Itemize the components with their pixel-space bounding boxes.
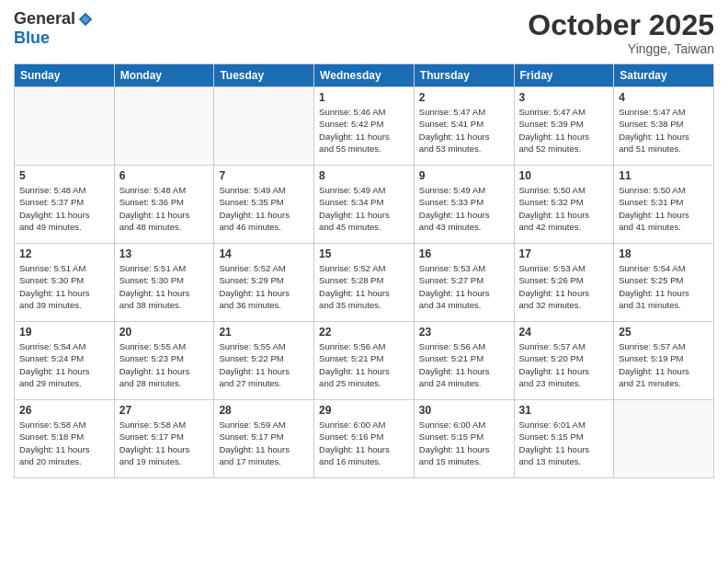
- calendar-header-monday: Monday: [114, 64, 214, 87]
- header: General Blue October 2025 Yingge, Taiwan: [14, 9, 714, 56]
- day-number: 22: [319, 326, 409, 339]
- day-number: 4: [619, 91, 709, 104]
- day-number: 1: [319, 91, 409, 104]
- day-info: Sunrise: 6:00 AMSunset: 5:15 PMDaylight:…: [419, 419, 509, 467]
- calendar-header-tuesday: Tuesday: [214, 64, 314, 87]
- calendar-cell: 27Sunrise: 5:58 AMSunset: 5:17 PMDayligh…: [114, 400, 214, 478]
- month-title: October 2025: [528, 9, 714, 41]
- calendar-cell: 15Sunrise: 5:52 AMSunset: 5:28 PMDayligh…: [314, 244, 415, 322]
- day-number: 8: [319, 169, 409, 182]
- calendar-cell: 9Sunrise: 5:49 AMSunset: 5:33 PMDaylight…: [414, 166, 514, 244]
- calendar-cell: 31Sunrise: 6:01 AMSunset: 5:15 PMDayligh…: [514, 400, 614, 478]
- day-info: Sunrise: 6:00 AMSunset: 5:16 PMDaylight:…: [319, 419, 409, 467]
- calendar-cell: 28Sunrise: 5:59 AMSunset: 5:17 PMDayligh…: [214, 400, 314, 478]
- day-info: Sunrise: 5:52 AMSunset: 5:29 PMDaylight:…: [219, 262, 309, 311]
- calendar-cell: [15, 87, 115, 166]
- calendar-cell: 4Sunrise: 5:47 AMSunset: 5:38 PMDaylight…: [614, 87, 714, 166]
- day-number: 18: [619, 247, 709, 260]
- day-number: 27: [119, 404, 210, 417]
- day-info: Sunrise: 5:49 AMSunset: 5:34 PMDaylight:…: [319, 184, 409, 233]
- day-number: 17: [519, 247, 609, 260]
- calendar-week-5: 26Sunrise: 5:58 AMSunset: 5:18 PMDayligh…: [15, 400, 714, 478]
- day-number: 31: [519, 404, 609, 417]
- day-info: Sunrise: 5:59 AMSunset: 5:17 PMDaylight:…: [219, 419, 309, 467]
- calendar-cell: 8Sunrise: 5:49 AMSunset: 5:34 PMDaylight…: [314, 166, 415, 244]
- day-info: Sunrise: 5:50 AMSunset: 5:32 PMDaylight:…: [519, 184, 609, 233]
- calendar-week-1: 1Sunrise: 5:46 AMSunset: 5:42 PMDaylight…: [15, 87, 714, 166]
- day-info: Sunrise: 5:55 AMSunset: 5:22 PMDaylight:…: [219, 340, 309, 389]
- calendar-header-thursday: Thursday: [414, 64, 514, 87]
- day-number: 2: [419, 91, 509, 104]
- calendar-cell: 18Sunrise: 5:54 AMSunset: 5:25 PMDayligh…: [614, 244, 714, 322]
- calendar-header-wednesday: Wednesday: [314, 64, 415, 87]
- calendar-cell: 25Sunrise: 5:57 AMSunset: 5:19 PMDayligh…: [614, 322, 714, 400]
- calendar-cell: [614, 400, 714, 478]
- calendar-cell: [114, 87, 214, 166]
- day-number: 23: [419, 326, 509, 339]
- calendar-cell: 20Sunrise: 5:55 AMSunset: 5:23 PMDayligh…: [114, 322, 214, 400]
- day-info: Sunrise: 5:54 AMSunset: 5:24 PMDaylight:…: [19, 340, 109, 389]
- day-info: Sunrise: 5:56 AMSunset: 5:21 PMDaylight:…: [319, 340, 409, 389]
- day-number: 21: [219, 326, 309, 339]
- day-number: 25: [619, 326, 709, 339]
- day-info: Sunrise: 5:58 AMSunset: 5:18 PMDaylight:…: [19, 419, 109, 467]
- logo: General Blue: [14, 9, 94, 48]
- day-number: 3: [519, 91, 609, 104]
- calendar-cell: 19Sunrise: 5:54 AMSunset: 5:24 PMDayligh…: [15, 322, 115, 400]
- day-number: 7: [219, 169, 309, 182]
- day-info: Sunrise: 6:01 AMSunset: 5:15 PMDaylight:…: [519, 419, 609, 467]
- day-number: 9: [419, 169, 509, 182]
- calendar-cell: 5Sunrise: 5:48 AMSunset: 5:37 PMDaylight…: [15, 166, 115, 244]
- calendar-cell: [214, 87, 314, 166]
- day-info: Sunrise: 5:51 AMSunset: 5:30 PMDaylight:…: [19, 262, 109, 311]
- page: General Blue October 2025 Yingge, Taiwan…: [0, 0, 728, 563]
- calendar-header-row: SundayMondayTuesdayWednesdayThursdayFrid…: [15, 64, 714, 87]
- calendar-week-3: 12Sunrise: 5:51 AMSunset: 5:30 PMDayligh…: [15, 244, 714, 322]
- day-number: 29: [319, 404, 409, 417]
- calendar-header-saturday: Saturday: [614, 64, 714, 87]
- day-number: 26: [19, 404, 109, 417]
- day-info: Sunrise: 5:49 AMSunset: 5:33 PMDaylight:…: [419, 184, 509, 233]
- calendar-cell: 24Sunrise: 5:57 AMSunset: 5:20 PMDayligh…: [514, 322, 614, 400]
- day-number: 14: [219, 247, 309, 260]
- calendar-cell: 14Sunrise: 5:52 AMSunset: 5:29 PMDayligh…: [214, 244, 314, 322]
- calendar-table: SundayMondayTuesdayWednesdayThursdayFrid…: [14, 63, 714, 478]
- day-number: 20: [119, 326, 210, 339]
- calendar-week-4: 19Sunrise: 5:54 AMSunset: 5:24 PMDayligh…: [15, 322, 714, 400]
- calendar-cell: 17Sunrise: 5:53 AMSunset: 5:26 PMDayligh…: [514, 244, 614, 322]
- day-info: Sunrise: 5:58 AMSunset: 5:17 PMDaylight:…: [119, 419, 210, 467]
- logo-blue-text: Blue: [14, 29, 50, 48]
- day-number: 15: [319, 247, 409, 260]
- day-number: 5: [19, 169, 109, 182]
- calendar-week-2: 5Sunrise: 5:48 AMSunset: 5:37 PMDaylight…: [15, 166, 714, 244]
- day-number: 28: [219, 404, 309, 417]
- location: Yingge, Taiwan: [528, 41, 714, 56]
- calendar-cell: 10Sunrise: 5:50 AMSunset: 5:32 PMDayligh…: [514, 166, 614, 244]
- day-info: Sunrise: 5:50 AMSunset: 5:31 PMDaylight:…: [619, 184, 709, 233]
- day-number: 30: [419, 404, 509, 417]
- day-info: Sunrise: 5:53 AMSunset: 5:27 PMDaylight:…: [419, 262, 509, 311]
- day-number: 13: [119, 247, 210, 260]
- calendar-cell: 12Sunrise: 5:51 AMSunset: 5:30 PMDayligh…: [15, 244, 115, 322]
- day-info: Sunrise: 5:53 AMSunset: 5:26 PMDaylight:…: [519, 262, 609, 311]
- calendar-cell: 26Sunrise: 5:58 AMSunset: 5:18 PMDayligh…: [15, 400, 115, 478]
- day-number: 16: [419, 247, 509, 260]
- calendar-cell: 29Sunrise: 6:00 AMSunset: 5:16 PMDayligh…: [314, 400, 415, 478]
- day-info: Sunrise: 5:49 AMSunset: 5:35 PMDaylight:…: [219, 184, 309, 233]
- calendar-cell: 23Sunrise: 5:56 AMSunset: 5:21 PMDayligh…: [414, 322, 514, 400]
- calendar-cell: 11Sunrise: 5:50 AMSunset: 5:31 PMDayligh…: [614, 166, 714, 244]
- calendar-cell: 16Sunrise: 5:53 AMSunset: 5:27 PMDayligh…: [414, 244, 514, 322]
- day-info: Sunrise: 5:51 AMSunset: 5:30 PMDaylight:…: [119, 262, 210, 311]
- calendar-cell: 3Sunrise: 5:47 AMSunset: 5:39 PMDaylight…: [514, 87, 614, 166]
- day-info: Sunrise: 5:47 AMSunset: 5:41 PMDaylight:…: [419, 106, 509, 155]
- calendar-cell: 21Sunrise: 5:55 AMSunset: 5:22 PMDayligh…: [214, 322, 314, 400]
- calendar-cell: 1Sunrise: 5:46 AMSunset: 5:42 PMDaylight…: [314, 87, 415, 166]
- day-info: Sunrise: 5:54 AMSunset: 5:25 PMDaylight:…: [619, 262, 709, 311]
- day-number: 6: [119, 169, 210, 182]
- day-info: Sunrise: 5:52 AMSunset: 5:28 PMDaylight:…: [319, 262, 409, 311]
- logo-general-text: General: [14, 9, 75, 29]
- calendar-cell: 13Sunrise: 5:51 AMSunset: 5:30 PMDayligh…: [114, 244, 214, 322]
- logo-icon: [77, 11, 94, 28]
- calendar-cell: 6Sunrise: 5:48 AMSunset: 5:36 PMDaylight…: [114, 166, 214, 244]
- day-info: Sunrise: 5:56 AMSunset: 5:21 PMDaylight:…: [419, 340, 509, 389]
